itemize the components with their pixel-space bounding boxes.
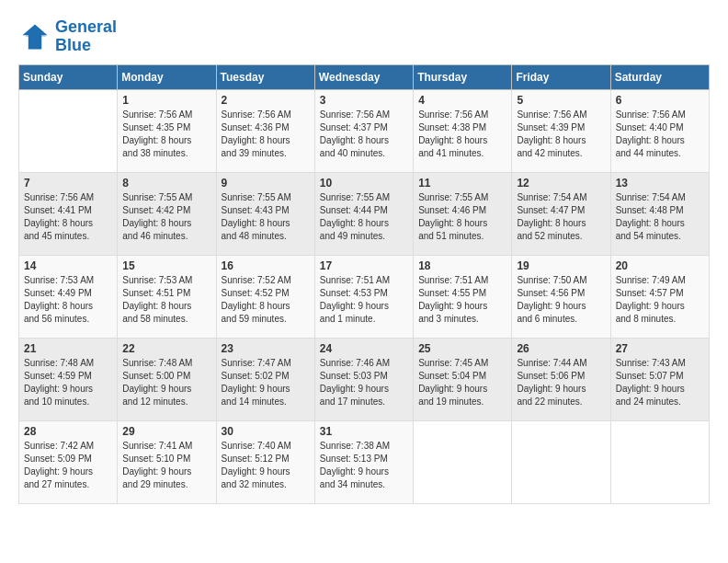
calendar-week-row: 14Sunrise: 7:53 AMSunset: 4:49 PMDayligh… bbox=[19, 255, 710, 338]
day-number: 20 bbox=[616, 259, 704, 272]
calendar-cell: 4Sunrise: 7:56 AMSunset: 4:38 PMDaylight… bbox=[414, 89, 512, 172]
weekday-header: Saturday bbox=[610, 64, 709, 89]
calendar-cell bbox=[512, 420, 610, 503]
calendar-cell: 25Sunrise: 7:45 AMSunset: 5:04 PMDayligh… bbox=[414, 338, 512, 420]
calendar-cell: 27Sunrise: 7:43 AMSunset: 5:07 PMDayligh… bbox=[610, 338, 709, 420]
day-info: Sunrise: 7:55 AMSunset: 4:44 PMDaylight:… bbox=[320, 191, 408, 243]
day-info: Sunrise: 7:44 AMSunset: 5:06 PMDaylight:… bbox=[517, 357, 605, 408]
weekday-header: Tuesday bbox=[216, 64, 314, 89]
logo: General Blue bbox=[18, 18, 117, 55]
day-info: Sunrise: 7:45 AMSunset: 5:04 PMDaylight:… bbox=[418, 357, 506, 408]
day-info: Sunrise: 7:55 AMSunset: 4:46 PMDaylight:… bbox=[418, 191, 506, 243]
day-number: 26 bbox=[517, 342, 605, 355]
logo-icon bbox=[18, 20, 51, 53]
calendar-cell: 12Sunrise: 7:54 AMSunset: 4:47 PMDayligh… bbox=[512, 172, 610, 255]
day-number: 18 bbox=[418, 259, 506, 272]
calendar-cell: 20Sunrise: 7:49 AMSunset: 4:57 PMDayligh… bbox=[610, 255, 709, 338]
day-info: Sunrise: 7:53 AMSunset: 4:51 PMDaylight:… bbox=[122, 274, 210, 326]
day-info: Sunrise: 7:56 AMSunset: 4:37 PMDaylight:… bbox=[320, 109, 408, 160]
day-info: Sunrise: 7:56 AMSunset: 4:40 PMDaylight:… bbox=[616, 109, 704, 160]
day-info: Sunrise: 7:55 AMSunset: 4:43 PMDaylight:… bbox=[222, 191, 310, 243]
calendar-week-row: 7Sunrise: 7:56 AMSunset: 4:41 PMDaylight… bbox=[19, 172, 710, 255]
day-number: 12 bbox=[517, 177, 605, 190]
calendar-cell bbox=[610, 420, 709, 503]
day-info: Sunrise: 7:54 AMSunset: 4:47 PMDaylight:… bbox=[517, 191, 605, 243]
day-info: Sunrise: 7:42 AMSunset: 5:09 PMDaylight:… bbox=[24, 440, 112, 491]
calendar-cell: 22Sunrise: 7:48 AMSunset: 5:00 PMDayligh… bbox=[118, 338, 216, 420]
calendar-cell: 19Sunrise: 7:50 AMSunset: 4:56 PMDayligh… bbox=[512, 255, 610, 338]
day-number: 6 bbox=[616, 94, 704, 107]
calendar-cell: 29Sunrise: 7:41 AMSunset: 5:10 PMDayligh… bbox=[118, 420, 216, 503]
day-info: Sunrise: 7:56 AMSunset: 4:35 PMDaylight:… bbox=[122, 109, 210, 160]
calendar-cell: 5Sunrise: 7:56 AMSunset: 4:39 PMDaylight… bbox=[512, 89, 610, 172]
day-info: Sunrise: 7:51 AMSunset: 4:55 PMDaylight:… bbox=[418, 274, 506, 326]
calendar-cell: 1Sunrise: 7:56 AMSunset: 4:35 PMDaylight… bbox=[118, 89, 216, 172]
calendar-cell: 28Sunrise: 7:42 AMSunset: 5:09 PMDayligh… bbox=[19, 420, 118, 503]
day-info: Sunrise: 7:52 AMSunset: 4:52 PMDaylight:… bbox=[222, 274, 310, 326]
weekday-header: Friday bbox=[512, 64, 610, 89]
day-info: Sunrise: 7:50 AMSunset: 4:56 PMDaylight:… bbox=[517, 274, 605, 326]
calendar-cell: 21Sunrise: 7:48 AMSunset: 4:59 PMDayligh… bbox=[19, 338, 118, 420]
calendar-cell: 8Sunrise: 7:55 AMSunset: 4:42 PMDaylight… bbox=[118, 172, 216, 255]
day-number: 27 bbox=[616, 342, 704, 355]
day-number: 15 bbox=[122, 259, 210, 272]
day-info: Sunrise: 7:38 AMSunset: 5:13 PMDaylight:… bbox=[320, 440, 408, 491]
day-number: 5 bbox=[517, 94, 605, 107]
day-number: 21 bbox=[24, 342, 112, 355]
day-number: 11 bbox=[418, 177, 506, 190]
day-number: 22 bbox=[122, 342, 210, 355]
logo-text: General Blue bbox=[55, 18, 117, 55]
calendar-cell: 15Sunrise: 7:53 AMSunset: 4:51 PMDayligh… bbox=[118, 255, 216, 338]
day-number: 13 bbox=[616, 177, 704, 190]
day-number: 2 bbox=[222, 94, 310, 107]
calendar-cell: 3Sunrise: 7:56 AMSunset: 4:37 PMDaylight… bbox=[314, 89, 413, 172]
day-number: 9 bbox=[222, 177, 310, 190]
day-info: Sunrise: 7:41 AMSunset: 5:10 PMDaylight:… bbox=[122, 440, 210, 491]
day-number: 30 bbox=[222, 425, 310, 438]
calendar-cell: 26Sunrise: 7:44 AMSunset: 5:06 PMDayligh… bbox=[512, 338, 610, 420]
day-info: Sunrise: 7:48 AMSunset: 5:00 PMDaylight:… bbox=[122, 357, 210, 408]
day-info: Sunrise: 7:47 AMSunset: 5:02 PMDaylight:… bbox=[222, 357, 310, 408]
day-info: Sunrise: 7:49 AMSunset: 4:57 PMDaylight:… bbox=[616, 274, 704, 326]
calendar-cell: 24Sunrise: 7:46 AMSunset: 5:03 PMDayligh… bbox=[314, 338, 413, 420]
day-number: 16 bbox=[222, 259, 310, 272]
calendar-cell: 6Sunrise: 7:56 AMSunset: 4:40 PMDaylight… bbox=[610, 89, 709, 172]
weekday-header: Wednesday bbox=[314, 64, 413, 89]
calendar-cell: 11Sunrise: 7:55 AMSunset: 4:46 PMDayligh… bbox=[414, 172, 512, 255]
day-number: 29 bbox=[122, 425, 210, 438]
weekday-header: Thursday bbox=[414, 64, 512, 89]
calendar-week-row: 21Sunrise: 7:48 AMSunset: 4:59 PMDayligh… bbox=[19, 338, 710, 420]
day-number: 3 bbox=[320, 94, 408, 107]
day-number: 28 bbox=[24, 425, 112, 438]
day-number: 4 bbox=[418, 94, 506, 107]
calendar-cell: 31Sunrise: 7:38 AMSunset: 5:13 PMDayligh… bbox=[314, 420, 413, 503]
weekday-header: Sunday bbox=[19, 64, 118, 89]
page-header: General Blue bbox=[18, 18, 710, 55]
day-number: 1 bbox=[122, 94, 210, 107]
day-number: 7 bbox=[24, 177, 112, 190]
day-number: 10 bbox=[320, 177, 408, 190]
calendar-cell: 10Sunrise: 7:55 AMSunset: 4:44 PMDayligh… bbox=[314, 172, 413, 255]
day-info: Sunrise: 7:51 AMSunset: 4:53 PMDaylight:… bbox=[320, 274, 408, 326]
calendar-cell bbox=[19, 89, 118, 172]
day-number: 25 bbox=[418, 342, 506, 355]
day-info: Sunrise: 7:40 AMSunset: 5:12 PMDaylight:… bbox=[222, 440, 310, 491]
day-info: Sunrise: 7:46 AMSunset: 5:03 PMDaylight:… bbox=[320, 357, 408, 408]
weekday-header-row: SundayMondayTuesdayWednesdayThursdayFrid… bbox=[19, 64, 710, 89]
calendar-table: SundayMondayTuesdayWednesdayThursdayFrid… bbox=[18, 64, 710, 504]
calendar-cell bbox=[414, 420, 512, 503]
day-number: 19 bbox=[517, 259, 605, 272]
calendar-cell: 18Sunrise: 7:51 AMSunset: 4:55 PMDayligh… bbox=[414, 255, 512, 338]
day-info: Sunrise: 7:56 AMSunset: 4:36 PMDaylight:… bbox=[222, 109, 310, 160]
calendar-cell: 13Sunrise: 7:54 AMSunset: 4:48 PMDayligh… bbox=[610, 172, 709, 255]
day-info: Sunrise: 7:48 AMSunset: 4:59 PMDaylight:… bbox=[24, 357, 112, 408]
calendar-cell: 17Sunrise: 7:51 AMSunset: 4:53 PMDayligh… bbox=[314, 255, 413, 338]
calendar-cell: 7Sunrise: 7:56 AMSunset: 4:41 PMDaylight… bbox=[19, 172, 118, 255]
calendar-cell: 30Sunrise: 7:40 AMSunset: 5:12 PMDayligh… bbox=[216, 420, 314, 503]
calendar-cell: 2Sunrise: 7:56 AMSunset: 4:36 PMDaylight… bbox=[216, 89, 314, 172]
calendar-cell: 16Sunrise: 7:52 AMSunset: 4:52 PMDayligh… bbox=[216, 255, 314, 338]
weekday-header: Monday bbox=[118, 64, 216, 89]
day-info: Sunrise: 7:56 AMSunset: 4:39 PMDaylight:… bbox=[517, 109, 605, 160]
day-info: Sunrise: 7:55 AMSunset: 4:42 PMDaylight:… bbox=[122, 191, 210, 243]
day-info: Sunrise: 7:56 AMSunset: 4:38 PMDaylight:… bbox=[418, 109, 506, 160]
